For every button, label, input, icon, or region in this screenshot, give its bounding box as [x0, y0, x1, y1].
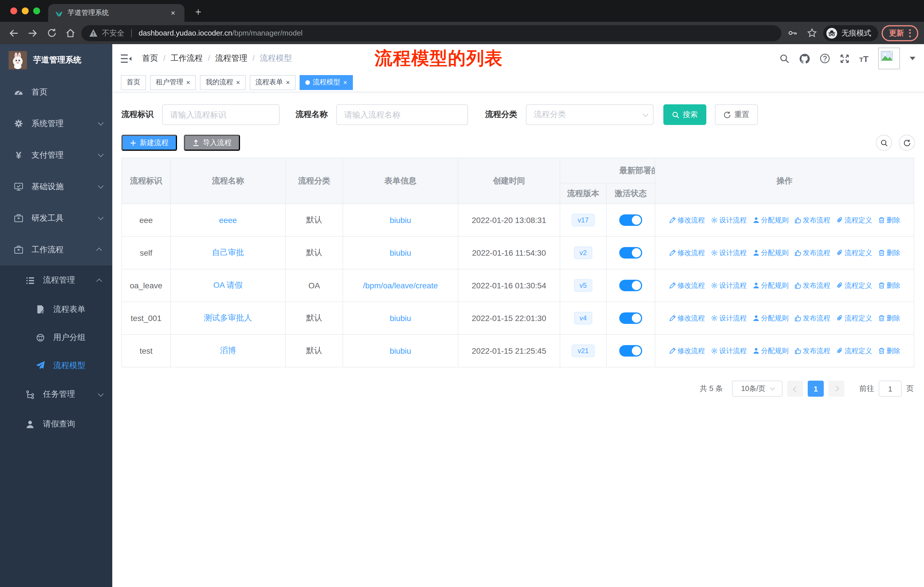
filter-name-input[interactable]: [336, 104, 468, 125]
form-link[interactable]: biubiu: [390, 346, 411, 356]
row-action-link[interactable]: 设计流程: [711, 346, 747, 356]
row-action-link[interactable]: 发布流程: [794, 215, 830, 225]
row-action-link[interactable]: 删除: [878, 215, 900, 225]
row-action-link[interactable]: 删除: [878, 248, 900, 258]
browser-update-button[interactable]: 更新: [882, 25, 918, 41]
row-action-link[interactable]: 发布流程: [794, 313, 830, 323]
tag-close-icon[interactable]: [186, 79, 190, 86]
form-link[interactable]: biubiu: [390, 314, 411, 323]
table-refresh-icon[interactable]: [899, 135, 915, 151]
row-action-link[interactable]: 发布流程: [794, 248, 830, 258]
search-button[interactable]: 搜索: [663, 104, 706, 125]
row-action-link[interactable]: 删除: [878, 346, 900, 356]
tag-view[interactable]: 流程模型: [300, 75, 353, 90]
row-action-link[interactable]: 设计流程: [711, 313, 747, 323]
model-name-link[interactable]: eeee: [219, 215, 237, 225]
new-tab-button[interactable]: [190, 4, 206, 20]
row-action-link[interactable]: 发布流程: [794, 281, 830, 290]
model-name-link[interactable]: OA 请假: [213, 280, 243, 289]
row-action-link[interactable]: 修改流程: [669, 313, 705, 323]
tag-view[interactable]: 首页: [121, 75, 146, 90]
breadcrumb-item[interactable]: 流程管理: [203, 53, 248, 64]
sidebar-subitem[interactable]: 用户分组: [0, 323, 112, 351]
window-minimize-button[interactable]: [22, 7, 29, 14]
version-badge[interactable]: v2: [574, 246, 592, 260]
table-search-toggle-icon[interactable]: [876, 135, 892, 151]
sidebar-item[interactable]: 研发工具: [0, 202, 112, 234]
browser-menu-icon[interactable]: [909, 29, 911, 37]
security-label[interactable]: 不安全: [102, 28, 124, 38]
reload-icon[interactable]: [43, 25, 59, 41]
filter-id-input[interactable]: [162, 104, 280, 125]
row-action-link[interactable]: 分配规则: [752, 313, 789, 323]
filter-category-select[interactable]: 流程分类: [526, 104, 653, 125]
prev-page-button[interactable]: [787, 380, 803, 397]
active-toggle[interactable]: [619, 313, 642, 324]
row-action-link[interactable]: 分配规则: [752, 346, 789, 356]
tag-view[interactable]: 租户管理: [150, 75, 196, 90]
forward-icon[interactable]: [25, 25, 41, 41]
row-action-link[interactable]: 修改流程: [669, 281, 705, 290]
page-size-select[interactable]: 10条/页: [732, 380, 782, 397]
row-action-link[interactable]: 删除: [878, 281, 900, 290]
create-model-button[interactable]: 新建流程: [121, 135, 177, 151]
address-bar[interactable]: 不安全 dashboard.yudao.iocoder.cn/bpm/manag…: [81, 25, 781, 41]
avatar-caret-icon[interactable]: [910, 57, 916, 60]
row-action-link[interactable]: 流程定义: [836, 313, 872, 323]
model-name-link[interactable]: 滔博: [220, 346, 236, 355]
window-close-button[interactable]: [10, 7, 17, 14]
sidebar-subitem[interactable]: 任务管理: [0, 379, 112, 409]
active-toggle[interactable]: [619, 214, 642, 226]
row-action-link[interactable]: 设计流程: [711, 215, 747, 225]
breadcrumb-item[interactable]: 流程模型: [248, 53, 292, 64]
row-action-link[interactable]: 删除: [878, 313, 900, 323]
import-model-button[interactable]: 导入流程: [184, 135, 240, 151]
breadcrumb-item[interactable]: 首页: [142, 53, 158, 64]
tag-view[interactable]: 我的流程: [200, 75, 246, 90]
model-name-link[interactable]: 测试多审批人: [204, 313, 252, 322]
password-key-icon[interactable]: [784, 25, 800, 41]
avatar[interactable]: [878, 48, 900, 69]
row-action-link[interactable]: 设计流程: [711, 248, 747, 258]
row-action-link[interactable]: 流程定义: [836, 215, 872, 225]
version-badge[interactable]: v21: [572, 344, 595, 357]
sidebar-item[interactable]: 工作流程: [0, 234, 112, 265]
back-icon[interactable]: [6, 25, 22, 41]
fullscreen-icon[interactable]: [840, 54, 850, 63]
active-toggle[interactable]: [619, 247, 642, 258]
tag-close-icon[interactable]: [236, 79, 240, 86]
window-zoom-button[interactable]: [33, 7, 40, 14]
sidebar-item[interactable]: ¥ 支付管理: [0, 139, 112, 171]
home-icon[interactable]: [63, 25, 79, 41]
row-action-link[interactable]: 修改流程: [669, 248, 705, 258]
help-icon[interactable]: [820, 53, 830, 64]
sidebar-subitem[interactable]: 流程表单: [0, 295, 112, 323]
tag-close-icon[interactable]: [286, 79, 290, 86]
tag-view[interactable]: 流程表单: [250, 75, 295, 90]
model-name-link[interactable]: 自己审批: [212, 248, 244, 257]
version-badge[interactable]: v17: [572, 214, 595, 227]
row-action-link[interactable]: 设计流程: [711, 281, 747, 290]
row-action-link[interactable]: 修改流程: [669, 215, 705, 225]
form-link[interactable]: /bpm/oa/leave/create: [363, 281, 438, 290]
active-toggle[interactable]: [619, 345, 642, 357]
version-badge[interactable]: v4: [574, 312, 592, 325]
form-link[interactable]: biubiu: [390, 215, 411, 225]
current-page-button[interactable]: 1: [808, 380, 824, 397]
sidebar-item[interactable]: 系统管理: [0, 108, 112, 139]
row-action-link[interactable]: 发布流程: [794, 346, 830, 356]
form-link[interactable]: biubiu: [390, 248, 411, 257]
row-action-link[interactable]: 流程定义: [836, 346, 872, 356]
row-action-link[interactable]: 流程定义: [836, 281, 872, 290]
bookmark-star-icon[interactable]: [804, 25, 820, 41]
tag-close-icon[interactable]: [343, 79, 347, 86]
active-toggle[interactable]: [619, 280, 642, 291]
sidebar-item[interactable]: 首页: [0, 76, 112, 108]
goto-page-input[interactable]: [879, 380, 902, 397]
sidebar-item[interactable]: 基础设施: [0, 171, 112, 202]
row-action-link[interactable]: 流程定义: [836, 248, 872, 258]
font-size-icon[interactable]: TT: [859, 54, 868, 63]
sidebar-collapse-icon[interactable]: [121, 54, 132, 63]
browser-tab[interactable]: 芋道管理系统: [48, 4, 185, 22]
version-badge[interactable]: v5: [574, 279, 592, 292]
